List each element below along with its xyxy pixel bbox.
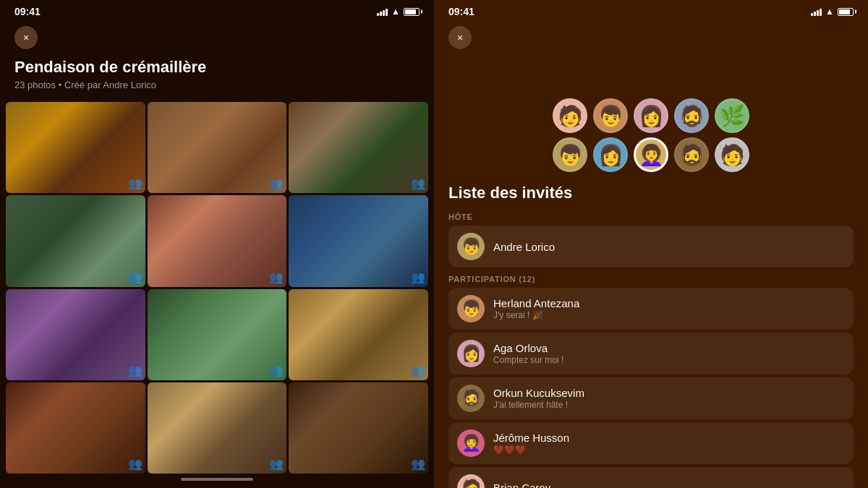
host-avatar: 👦 [457,233,485,260]
close-button[interactable]: × [14,26,38,49]
avatar-2[interactable]: 👦 [593,98,628,133]
album-title: Pendaison de crémaillère [14,58,420,77]
album-info: Pendaison de crémaillère 23 photos • Cré… [0,55,434,102]
host-item[interactable]: 👦 Andre Lorico [448,226,854,267]
left-status-bar: 09:41 ▲ [0,0,434,20]
wifi-icon: ▲ [391,7,400,17]
participant-2-avatar: 🧔 [457,385,485,412]
host-name: Andre Lorico [493,241,845,253]
right-signal-icon [811,7,822,16]
participant-2-info: Orkun Kucuksevim J'ai tellement hâte ! [493,387,845,410]
photo-3[interactable] [289,102,428,193]
participant-4-avatar: 🧑 [457,474,485,488]
avatar-row-1: 🧑 👦 👩 🧔 🌿 [448,98,854,133]
right-time: 09:41 [448,6,475,17]
avatar-10[interactable]: 🧑 [715,137,749,172]
participant-3-name: Jérôme Husson [493,432,845,444]
participant-1[interactable]: 👩 Aga Orlova Comptez sur moi ! [448,333,854,374]
photo-grid [0,102,434,474]
participant-4-name: Brian Carey [493,481,845,488]
right-phone-panel: 09:41 ▲ × 🧑 👦 👩 🧔 🌿 👦 👩 [434,0,868,488]
home-bar [181,478,253,481]
participant-3-status: ❤️❤️❤️ [493,445,845,455]
right-battery-icon [838,8,854,16]
photo-12[interactable] [289,382,428,474]
participant-0-avatar: 👦 [457,295,485,322]
avatars-section: 🧑 👦 👩 🧔 🌿 👦 👩 👩‍🦱 🧔 🧑 [434,98,868,176]
participant-1-avatar: 👩 [457,340,485,367]
signal-icon [377,7,388,16]
host-section-label: HÔTE [448,213,854,221]
avatar-8-selected[interactable]: 👩‍🦱 [634,137,668,172]
participant-1-info: Aga Orlova Comptez sur moi ! [493,342,845,365]
participant-0-name: Herland Antezana [493,297,845,309]
participant-0-status: J'y serai ! 🎉 [493,310,845,320]
left-time: 09:41 [14,6,41,17]
participant-3[interactable]: 👩‍🦱 Jérôme Husson ❤️❤️❤️ [448,422,854,464]
participant-1-name: Aga Orlova [493,342,845,354]
participant-0-info: Herland Antezana J'y serai ! 🎉 [493,297,845,320]
host-info: Andre Lorico [493,241,845,253]
participant-0[interactable]: 👦 Herland Antezana J'y serai ! 🎉 [448,288,854,330]
avatar-6[interactable]: 👦 [553,137,587,172]
photo-11[interactable] [148,382,287,474]
participant-3-info: Jérôme Husson ❤️❤️❤️ [493,432,845,455]
photo-10[interactable] [6,382,145,474]
participant-3-avatar: 👩‍🦱 [457,429,485,457]
right-close-button[interactable]: × [448,26,472,49]
right-status-icons: ▲ [811,7,854,17]
avatar-9[interactable]: 🧔 [674,137,709,172]
left-status-icons: ▲ [377,7,420,17]
participant-2-name: Orkun Kucuksevim [493,387,845,399]
participant-2[interactable]: 🧔 Orkun Kucuksevim J'ai tellement hâte ! [448,377,854,419]
photo-1[interactable] [6,102,145,193]
left-phone-panel: 09:41 ▲ × Pendaison de crémaillère 23 ph… [0,0,434,488]
home-indicator [0,474,434,488]
avatar-3[interactable]: 👩 [634,98,668,133]
participation-section: PARTICIPATION (12) 👦 Herland Antezana J'… [448,275,854,488]
avatar-5[interactable]: 🌿 [715,98,749,133]
participant-2-status: J'ai tellement hâte ! [493,400,845,410]
photo-7[interactable] [6,289,145,380]
photo-8[interactable] [148,289,287,380]
photo-9[interactable] [289,289,428,380]
participation-label: PARTICIPATION (12) [448,275,854,283]
right-status-bar: 09:41 ▲ [434,0,868,20]
guest-list-section[interactable]: Liste des invités HÔTE 👦 Andre Lorico PA… [434,184,868,488]
right-wifi-icon: ▲ [825,7,834,17]
photo-2[interactable] [148,102,287,193]
guest-list-title: Liste des invités [448,184,854,202]
participant-1-status: Comptez sur moi ! [493,355,845,365]
avatar-row-2: 👦 👩 👩‍🦱 🧔 🧑 [448,137,854,172]
avatar-7[interactable]: 👩 [593,137,628,172]
photo-6[interactable] [289,195,428,286]
photo-4[interactable] [6,195,145,286]
avatar-1[interactable]: 🧑 [553,98,587,133]
participant-4[interactable]: 🧑 Brian Carey [448,467,854,488]
participant-4-info: Brian Carey [493,481,845,488]
avatar-4[interactable]: 🧔 [674,98,709,133]
battery-icon [404,8,420,16]
album-subtitle: 23 photos • Créé par Andre Lorico [14,80,420,90]
photo-5[interactable] [148,195,287,286]
